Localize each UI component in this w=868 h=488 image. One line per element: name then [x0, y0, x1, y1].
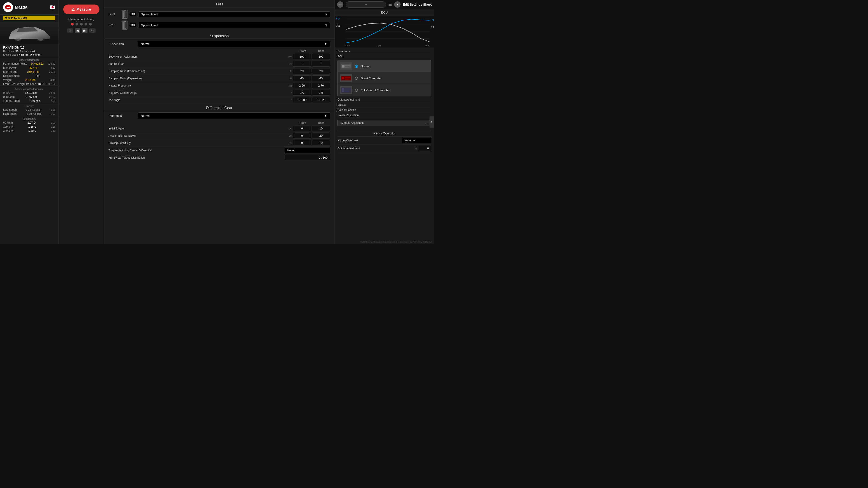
susp-param-unit-3: % — [285, 77, 292, 80]
ecu-full-label: Full Control Computer — [361, 89, 390, 92]
susp-param-rear-5[interactable]: 1.5 — [312, 90, 330, 96]
susp-param-front-0[interactable]: 100 — [293, 54, 311, 59]
profile-icon[interactable]: ● — [394, 1, 401, 8]
diff-param-front-1[interactable]: 0 — [293, 133, 311, 138]
susp-param-rear-0[interactable]: 100 — [312, 54, 330, 59]
diff-dropdown-row: Differential Normal ▼ — [108, 111, 330, 121]
nitrous-val2: 0 — [418, 146, 431, 151]
tire-rear-label: Rear — [108, 24, 120, 27]
ecu-full-img — [340, 86, 352, 94]
sheet-title: Edit Settings Sheet — [403, 3, 432, 6]
power-row: Max Power 517 HP 517 — [0, 66, 59, 70]
car-silhouette — [4, 23, 54, 43]
car-image — [0, 22, 59, 44]
tire-rear-badge: SH — [130, 23, 136, 27]
measurement-history-label: Measurement History — [68, 18, 94, 21]
nav-controls: L1 ◀ ▶ R1 — [67, 28, 95, 33]
ecu-normal-img — [340, 62, 352, 70]
torque-dist-val: 0 : 100 — [285, 155, 330, 160]
radio-normal — [355, 65, 358, 68]
diff-param-front-2[interactable]: 0 — [293, 140, 311, 146]
brand-logo — [3, 2, 13, 12]
susp-param-6: Toe Angle ° ⇅ 0.00 ⇅ 0.20 — [108, 96, 330, 104]
differential-dropdown[interactable]: Normal ▼ — [138, 112, 330, 119]
svg-point-2 — [7, 6, 9, 7]
circle-icon[interactable]: ⋯ — [337, 1, 343, 8]
nitrous-label2: Output Adjustment — [338, 147, 414, 150]
susp-param-rear-6[interactable]: ⇅ 0.20 — [312, 97, 330, 103]
ecu-option-full[interactable]: Full Control Computer — [338, 84, 431, 96]
diff-param-rear-0[interactable]: 10 — [312, 126, 330, 131]
svg-text:rpm: rpm — [378, 44, 381, 47]
measure-button[interactable]: ⚠ Measure — [63, 4, 99, 14]
susp-front-header: Front — [294, 50, 312, 53]
susp-param-rear-4[interactable]: 2.70 — [312, 83, 330, 88]
diff-dropdown-label: Differential — [108, 114, 135, 118]
balance-row: Front-Rear Weight Balance 48 : 52 48 : 5… — [0, 82, 59, 86]
ecu-sport-label: Sport Computer — [361, 76, 381, 80]
susp-param-front-3[interactable]: 40 — [293, 75, 311, 81]
nav-l1[interactable]: L1 — [67, 29, 73, 33]
output-adj-row: Output Adjustment — [338, 97, 431, 102]
displacement-row: Displacement - cc - — [0, 74, 59, 78]
right-arrow[interactable]: › — [430, 116, 434, 128]
susp-dropdown-row: Suspension Normal ▼ — [108, 39, 330, 48]
diff-param-1: Acceleration Sensitivity Lv. 0 20 — [108, 132, 330, 139]
radio-full — [355, 89, 358, 92]
ecu-option-normal[interactable]: Normal — [338, 60, 431, 72]
weight-row: Weight 2844 lbs. 2844 — [0, 78, 59, 82]
nitrous-row2: Output Adjustment % 0 — [338, 144, 431, 153]
susp-param-front-1[interactable]: 1 — [293, 61, 311, 67]
tire-rear-select[interactable]: Sports: Hard ▼ — [138, 22, 330, 28]
susp-param-front-2[interactable]: 20 — [293, 68, 311, 74]
dot-5 — [89, 23, 92, 26]
susp-param-front-6[interactable]: ⇅ 0.00 — [293, 97, 311, 103]
susp-param-front-4[interactable]: 2.50 — [293, 83, 311, 88]
tire-front-row: Front SH Sports: Hard ▼ — [108, 9, 330, 20]
susp-param-unit-6: ° — [285, 99, 292, 101]
suspension-params: Body Height Adjustment mm 100 100 Anti-R… — [108, 53, 330, 104]
brand-name: Mazda — [15, 5, 50, 10]
svg-rect-32 — [344, 88, 351, 90]
svg-text:ft·lb: ft·lb — [431, 26, 434, 28]
history-dots — [71, 23, 92, 26]
tvcd-dropdown[interactable]: None — [285, 148, 330, 153]
susp-param-rear-1[interactable]: 1 — [312, 61, 330, 67]
susp-param-rear-3[interactable]: 40 — [312, 75, 330, 81]
manual-adjustment-button[interactable]: Manual Adjustment ··· — [338, 120, 431, 126]
rot-r3: 240 km/h 1.30 G 1.30 — [0, 129, 59, 133]
suspension-dropdown[interactable]: Normal ▼ — [138, 41, 330, 47]
base-perf-label: Base Performance — [0, 57, 59, 62]
tire-rear-icon — [122, 21, 127, 30]
car-name: RX-VISION '15 — [0, 44, 59, 50]
measure-panel: ⚠ Measure Measurement History L1 ◀ ▶ R1 — [59, 0, 104, 244]
svg-rect-28 — [345, 77, 350, 78]
susp-param-unit-2: % — [285, 70, 292, 72]
susp-param-unit-4: Hz — [285, 84, 292, 87]
suspension-title: Suspension — [104, 32, 335, 39]
nav-prev[interactable]: ◀ — [75, 28, 80, 33]
diff-param-rear-1[interactable]: 20 — [312, 133, 330, 138]
nav-next[interactable]: ▶ — [82, 28, 88, 33]
tire-front-select[interactable]: Sports: Hard ▼ — [138, 11, 330, 18]
top-dash: -- — [346, 1, 386, 8]
dot-1 — [71, 23, 74, 26]
susp-param-2: Damping Ratio (Compression) % 20 20 — [108, 68, 330, 75]
susp-param-name-3: Damping Ratio (Expansion) — [108, 77, 285, 80]
susp-param-1: Anti-Roll Bar Lv. 1 1 — [108, 60, 330, 68]
power-restr-row: Power Restriction — [338, 113, 431, 118]
susp-param-rear-2[interactable]: 20 — [312, 68, 330, 74]
susp-param-front-5[interactable]: 1.0 — [293, 90, 311, 96]
diff-param-front-0[interactable]: 0 — [293, 126, 311, 131]
diff-front-header: Front — [294, 121, 312, 125]
nav-r1[interactable]: R1 — [89, 29, 96, 33]
nitrous-row1: Nitrous/Overtake None ▼ — [338, 137, 431, 144]
diff-param-rear-2[interactable]: 10 — [312, 140, 330, 146]
tires-section: Front SH Sports: Hard ▼ Rear — [104, 7, 335, 32]
menu-icon[interactable]: ☰ — [388, 2, 392, 7]
brand-flag: 🇯🇵 — [50, 4, 55, 10]
tvcd-row: Torque-Vectoring Center Differential Non… — [108, 147, 330, 154]
radio-sport — [355, 76, 358, 80]
ecu-option-sport[interactable]: Sport Computer — [338, 72, 431, 84]
nitrous-select[interactable]: None ▼ — [402, 138, 431, 143]
